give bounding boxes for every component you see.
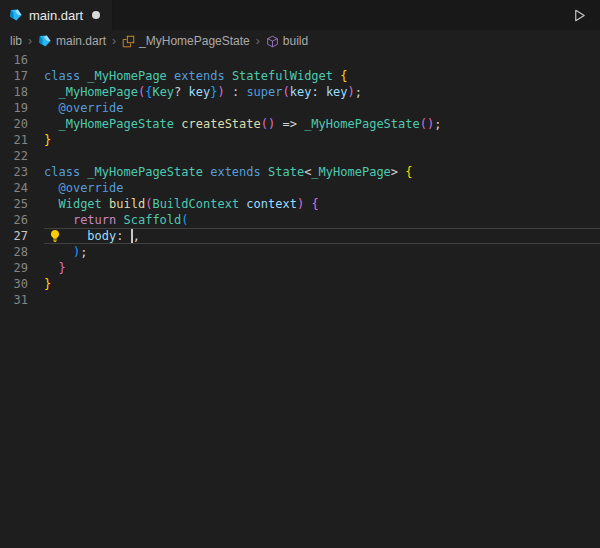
line-number[interactable]: 24 <box>0 180 28 196</box>
modified-indicator-dot[interactable] <box>92 11 100 19</box>
code-token: : <box>225 85 247 99</box>
code-token: ) <box>217 85 224 99</box>
code-line[interactable]: 24 @override <box>0 180 600 196</box>
lightbulb-icon[interactable] <box>48 229 62 243</box>
code-token: ) <box>348 85 355 99</box>
code-line-content: return Scaffold( <box>44 212 600 228</box>
breadcrumb-item-label: _MyHomePageState <box>139 34 250 48</box>
breadcrumb-item--myhomepagestate[interactable]: _MyHomePageState <box>122 34 250 48</box>
code-line[interactable]: 25 Widget build(BuildContext context) { <box>0 196 600 212</box>
code-token <box>44 261 58 275</box>
code-line[interactable]: 23class _MyHomePageState extends State<_… <box>0 164 600 180</box>
code-line[interactable]: 21} <box>0 132 600 148</box>
code-line[interactable]: 17class _MyHomePage extends StatefulWidg… <box>0 68 600 84</box>
code-token <box>261 165 268 179</box>
breadcrumb-separator: › <box>27 34 33 48</box>
vscode-window: main.dart lib› main.dart› _MyHomePageSta… <box>0 0 600 548</box>
breadcrumb-item-label: lib <box>10 34 22 48</box>
code-token: super <box>246 85 282 99</box>
code-line-content: ); <box>44 244 600 260</box>
line-number[interactable]: 23 <box>0 164 28 180</box>
code-token: context <box>246 197 297 211</box>
code-token: _MyHomePageState <box>87 165 203 179</box>
code-line-content: } <box>44 132 600 148</box>
code-token <box>44 181 58 195</box>
line-number[interactable]: 22 <box>0 148 28 164</box>
code-line[interactable]: 26 return Scaffold( <box>0 212 600 228</box>
code-line[interactable]: 20 _MyHomePageState createState() => _My… <box>0 116 600 132</box>
code-token: { <box>340 69 347 83</box>
code-token: ( <box>181 213 188 227</box>
dart-file-icon <box>9 8 23 22</box>
line-number[interactable]: 19 <box>0 100 28 116</box>
code-token <box>44 213 73 227</box>
code-token: key <box>326 85 348 99</box>
code-token: : <box>116 229 130 243</box>
code-token: build <box>109 197 145 211</box>
code-token: Scaffold <box>124 213 182 227</box>
code-token <box>102 197 109 211</box>
code-token: _MyHomePageState <box>58 117 174 131</box>
line-number[interactable]: 20 <box>0 116 28 132</box>
code-line[interactable]: 27 body: , <box>0 228 600 244</box>
code-token: _MyHomePageState <box>304 117 420 131</box>
code-token: > <box>391 165 405 179</box>
line-number[interactable]: 29 <box>0 260 28 276</box>
dart-icon <box>38 34 52 48</box>
code-token: { <box>311 197 318 211</box>
code-token: StatefulWidget <box>232 69 333 83</box>
code-token <box>167 69 174 83</box>
code-line[interactable]: 30} <box>0 276 600 292</box>
code-token: , <box>133 229 140 243</box>
code-line[interactable]: 18 _MyHomePage({Key? key}) : super(key: … <box>0 84 600 100</box>
breadcrumb-separator: › <box>111 34 117 48</box>
code-line-content: body: , <box>44 228 600 244</box>
code-line-content <box>44 52 600 68</box>
line-number[interactable]: 28 <box>0 244 28 260</box>
code-line[interactable]: 22 <box>0 148 600 164</box>
code-line-content: } <box>44 260 600 276</box>
line-number[interactable]: 17 <box>0 68 28 84</box>
code-token: } <box>58 261 65 275</box>
tab-main-dart[interactable]: main.dart <box>0 0 113 30</box>
code-editor[interactable]: 1617class _MyHomePage extends StatefulWi… <box>0 52 600 548</box>
line-number[interactable]: 18 <box>0 84 28 100</box>
code-token: Widget <box>58 197 101 211</box>
code-line[interactable]: 31 <box>0 292 600 308</box>
code-line-content: class _MyHomePage extends StatefulWidget… <box>44 68 600 84</box>
code-line-content: class _MyHomePageState extends State<_My… <box>44 164 600 180</box>
line-number[interactable]: 21 <box>0 132 28 148</box>
breadcrumb-item-lib[interactable]: lib <box>10 34 22 48</box>
code-line[interactable]: 29 } <box>0 260 600 276</box>
tab-bar: main.dart <box>0 0 600 30</box>
code-line[interactable]: 19 @override <box>0 100 600 116</box>
run-button[interactable] <box>559 0 600 30</box>
line-number[interactable]: 27 <box>0 228 28 244</box>
line-number[interactable]: 25 <box>0 196 28 212</box>
code-line[interactable]: 28 ); <box>0 244 600 260</box>
line-number[interactable]: 16 <box>0 52 28 68</box>
code-token: return <box>73 213 116 227</box>
code-token: extends <box>174 69 225 83</box>
breadcrumb-item-main-dart[interactable]: main.dart <box>38 34 106 48</box>
code-token <box>116 213 123 227</box>
code-token: Key <box>152 85 174 99</box>
code-token: ; <box>434 117 441 131</box>
code-token: class <box>44 69 80 83</box>
breadcrumb-item-build[interactable]: build <box>266 34 308 48</box>
code-token: State <box>268 165 304 179</box>
code-token: @override <box>58 181 123 195</box>
line-number[interactable]: 31 <box>0 292 28 308</box>
method-icon <box>266 35 279 48</box>
code-line[interactable]: 16 <box>0 52 600 68</box>
line-number[interactable]: 26 <box>0 212 28 228</box>
code-line-content: @override <box>44 100 600 116</box>
code-token: ( <box>283 85 290 99</box>
code-token: ( <box>420 117 427 131</box>
breadcrumb-separator: › <box>255 34 261 48</box>
run-icon <box>572 8 587 23</box>
code-token: _MyHomePage <box>87 69 166 83</box>
code-token <box>44 85 58 99</box>
line-number[interactable]: 30 <box>0 276 28 292</box>
code-line-content <box>44 292 600 308</box>
